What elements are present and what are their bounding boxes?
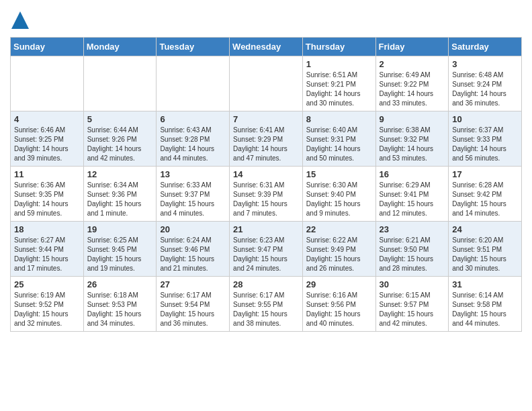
day-info: Sunrise: 6:15 AM Sunset: 9:57 PM Dayligh… — [380, 291, 445, 328]
day-info: Sunrise: 6:21 AM Sunset: 9:50 PM Dayligh… — [380, 236, 445, 273]
day-number: 3 — [452, 59, 518, 69]
day-info: Sunrise: 6:44 AM Sunset: 9:26 PM Dayligh… — [87, 126, 153, 163]
day-info: Sunrise: 6:16 AM Sunset: 9:56 PM Dayligh… — [306, 291, 372, 328]
calendar-day-header: Friday — [375, 38, 449, 56]
day-number: 10 — [452, 114, 518, 124]
calendar-week-row: 18Sunrise: 6:27 AM Sunset: 9:44 PM Dayli… — [11, 222, 522, 277]
calendar-cell: 4Sunrise: 6:46 AM Sunset: 9:25 PM Daylig… — [11, 111, 84, 167]
calendar-day-header: Tuesday — [157, 38, 230, 56]
calendar-cell: 21Sunrise: 6:23 AM Sunset: 9:47 PM Dayli… — [230, 222, 303, 277]
calendar-cell: 19Sunrise: 6:25 AM Sunset: 9:45 PM Dayli… — [83, 222, 157, 277]
day-info: Sunrise: 6:37 AM Sunset: 9:33 PM Dayligh… — [452, 126, 518, 163]
day-number: 20 — [160, 224, 226, 234]
calendar-cell: 3Sunrise: 6:48 AM Sunset: 9:24 PM Daylig… — [449, 56, 522, 111]
calendar-header-row: SundayMondayTuesdayWednesdayThursdayFrid… — [11, 38, 522, 56]
calendar-day-header: Wednesday — [230, 38, 303, 56]
day-number: 9 — [380, 114, 445, 124]
calendar-cell: 17Sunrise: 6:28 AM Sunset: 9:42 PM Dayli… — [449, 167, 522, 222]
day-number: 16 — [380, 169, 445, 179]
calendar-cell: 6Sunrise: 6:43 AM Sunset: 9:28 PM Daylig… — [157, 111, 230, 167]
calendar-cell — [11, 56, 84, 111]
day-number: 22 — [306, 224, 372, 234]
day-info: Sunrise: 6:22 AM Sunset: 9:49 PM Dayligh… — [306, 236, 372, 273]
day-info: Sunrise: 6:51 AM Sunset: 9:21 PM Dayligh… — [306, 71, 372, 108]
day-number: 19 — [87, 224, 153, 234]
calendar-cell: 16Sunrise: 6:29 AM Sunset: 9:41 PM Dayli… — [375, 167, 449, 222]
day-info: Sunrise: 6:27 AM Sunset: 9:44 PM Dayligh… — [14, 236, 80, 273]
day-info: Sunrise: 6:33 AM Sunset: 9:37 PM Dayligh… — [160, 181, 226, 218]
day-info: Sunrise: 6:29 AM Sunset: 9:41 PM Dayligh… — [380, 181, 445, 218]
calendar-cell — [230, 56, 303, 111]
day-info: Sunrise: 6:34 AM Sunset: 9:36 PM Dayligh… — [87, 181, 153, 218]
day-number: 4 — [14, 114, 80, 124]
day-number: 25 — [14, 279, 80, 289]
calendar-table: SundayMondayTuesdayWednesdayThursdayFrid… — [10, 37, 522, 332]
day-info: Sunrise: 6:20 AM Sunset: 9:51 PM Dayligh… — [452, 236, 518, 273]
day-number: 29 — [306, 279, 372, 289]
logo-icon — [10, 10, 30, 30]
calendar-cell: 26Sunrise: 6:18 AM Sunset: 9:53 PM Dayli… — [83, 277, 157, 332]
day-info: Sunrise: 6:17 AM Sunset: 9:55 PM Dayligh… — [233, 291, 299, 328]
day-info: Sunrise: 6:25 AM Sunset: 9:45 PM Dayligh… — [87, 236, 153, 273]
day-info: Sunrise: 6:46 AM Sunset: 9:25 PM Dayligh… — [14, 126, 80, 163]
calendar-cell: 27Sunrise: 6:17 AM Sunset: 9:54 PM Dayli… — [157, 277, 230, 332]
day-info: Sunrise: 6:38 AM Sunset: 9:32 PM Dayligh… — [380, 126, 445, 163]
calendar-cell — [83, 56, 157, 111]
day-info: Sunrise: 6:41 AM Sunset: 9:29 PM Dayligh… — [233, 126, 299, 163]
calendar-cell: 29Sunrise: 6:16 AM Sunset: 9:56 PM Dayli… — [302, 277, 375, 332]
day-number: 30 — [380, 279, 445, 289]
day-info: Sunrise: 6:19 AM Sunset: 9:52 PM Dayligh… — [14, 291, 80, 328]
calendar-cell: 23Sunrise: 6:21 AM Sunset: 9:50 PM Dayli… — [375, 222, 449, 277]
calendar-cell: 28Sunrise: 6:17 AM Sunset: 9:55 PM Dayli… — [230, 277, 303, 332]
day-number: 1 — [306, 59, 372, 69]
day-info: Sunrise: 6:28 AM Sunset: 9:42 PM Dayligh… — [452, 181, 518, 218]
day-number: 31 — [452, 279, 518, 289]
calendar-cell: 9Sunrise: 6:38 AM Sunset: 9:32 PM Daylig… — [375, 111, 449, 167]
day-info: Sunrise: 6:23 AM Sunset: 9:47 PM Dayligh… — [233, 236, 299, 273]
day-info: Sunrise: 6:24 AM Sunset: 9:46 PM Dayligh… — [160, 236, 226, 273]
day-number: 6 — [160, 114, 226, 124]
calendar-day-header: Saturday — [449, 38, 522, 56]
day-number: 11 — [14, 169, 80, 179]
calendar-cell: 5Sunrise: 6:44 AM Sunset: 9:26 PM Daylig… — [83, 111, 157, 167]
day-number: 18 — [14, 224, 80, 234]
day-number: 21 — [233, 224, 299, 234]
day-number: 28 — [233, 279, 299, 289]
day-number: 8 — [306, 114, 372, 124]
calendar-cell: 8Sunrise: 6:40 AM Sunset: 9:31 PM Daylig… — [302, 111, 375, 167]
calendar-cell — [157, 56, 230, 111]
day-number: 14 — [233, 169, 299, 179]
calendar-day-header: Thursday — [302, 38, 375, 56]
calendar-cell: 14Sunrise: 6:31 AM Sunset: 9:39 PM Dayli… — [230, 167, 303, 222]
day-number: 2 — [380, 59, 445, 69]
calendar-cell: 25Sunrise: 6:19 AM Sunset: 9:52 PM Dayli… — [11, 277, 84, 332]
day-number: 7 — [233, 114, 299, 124]
day-info: Sunrise: 6:17 AM Sunset: 9:54 PM Dayligh… — [160, 291, 226, 328]
svg-marker-0 — [11, 11, 29, 29]
calendar-cell: 10Sunrise: 6:37 AM Sunset: 9:33 PM Dayli… — [449, 111, 522, 167]
calendar-week-row: 4Sunrise: 6:46 AM Sunset: 9:25 PM Daylig… — [11, 111, 522, 167]
logo — [10, 10, 33, 30]
calendar-day-header: Monday — [83, 38, 157, 56]
day-info: Sunrise: 6:30 AM Sunset: 9:40 PM Dayligh… — [306, 181, 372, 218]
calendar-cell: 20Sunrise: 6:24 AM Sunset: 9:46 PM Dayli… — [157, 222, 230, 277]
day-number: 12 — [87, 169, 153, 179]
calendar-cell: 22Sunrise: 6:22 AM Sunset: 9:49 PM Dayli… — [302, 222, 375, 277]
calendar-cell: 1Sunrise: 6:51 AM Sunset: 9:21 PM Daylig… — [302, 56, 375, 111]
calendar-cell: 15Sunrise: 6:30 AM Sunset: 9:40 PM Dayli… — [302, 167, 375, 222]
calendar-day-header: Sunday — [11, 38, 84, 56]
day-number: 13 — [160, 169, 226, 179]
calendar-week-row: 25Sunrise: 6:19 AM Sunset: 9:52 PM Dayli… — [11, 277, 522, 332]
day-info: Sunrise: 6:43 AM Sunset: 9:28 PM Dayligh… — [160, 126, 226, 163]
day-info: Sunrise: 6:49 AM Sunset: 9:22 PM Dayligh… — [380, 71, 445, 108]
calendar-cell: 31Sunrise: 6:14 AM Sunset: 9:58 PM Dayli… — [449, 277, 522, 332]
day-number: 26 — [87, 279, 153, 289]
day-info: Sunrise: 6:31 AM Sunset: 9:39 PM Dayligh… — [233, 181, 299, 218]
day-number: 24 — [452, 224, 518, 234]
calendar-cell: 24Sunrise: 6:20 AM Sunset: 9:51 PM Dayli… — [449, 222, 522, 277]
calendar-cell: 13Sunrise: 6:33 AM Sunset: 9:37 PM Dayli… — [157, 167, 230, 222]
day-info: Sunrise: 6:36 AM Sunset: 9:35 PM Dayligh… — [14, 181, 80, 218]
day-info: Sunrise: 6:40 AM Sunset: 9:31 PM Dayligh… — [306, 126, 372, 163]
day-number: 15 — [306, 169, 372, 179]
calendar-week-row: 11Sunrise: 6:36 AM Sunset: 9:35 PM Dayli… — [11, 167, 522, 222]
